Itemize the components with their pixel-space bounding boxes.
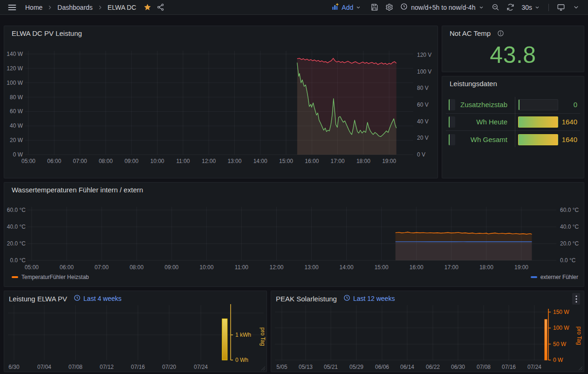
panel-leistung-elwa-pv: Leistung ELWA PV Last 4 weeks 6/3007/040… — [4, 291, 267, 372]
svg-text:40.0 °C: 40.0 °C — [7, 224, 26, 230]
gauge-row-zusatzheizstab: Zusatzheizstab 0 — [442, 96, 584, 113]
svg-text:6/30: 6/30 — [8, 364, 20, 370]
zoom-out-time-icon[interactable] — [489, 1, 502, 14]
add-panel-icon — [331, 3, 339, 12]
save-dashboard-icon[interactable] — [368, 1, 381, 14]
svg-text:07/04: 07/04 — [37, 364, 51, 370]
refresh-icon[interactable] — [504, 1, 517, 14]
add-panel-button[interactable]: Add — [331, 3, 361, 12]
panel-header: Not AC Temp — [450, 29, 504, 37]
legend-externer-fuehler[interactable]: externer Fühler — [531, 274, 578, 280]
not-ac-temp-value: 43.8 — [442, 41, 584, 69]
svg-text:20 V: 20 V — [417, 135, 429, 141]
clock-icon — [400, 3, 408, 12]
panel-title[interactable]: Leistungsdaten — [450, 80, 497, 88]
dashboard-settings-icon[interactable] — [383, 1, 396, 14]
resize-grip-icon[interactable] — [578, 366, 583, 371]
breadcrumb: Home Dashboards ELWA DC — [25, 4, 136, 11]
svg-text:18:00: 18:00 — [356, 158, 370, 164]
resize-grip-icon[interactable] — [261, 366, 266, 371]
breadcrumb-dashboards[interactable]: Dashboards — [57, 4, 93, 11]
add-panel-label: Add — [342, 4, 353, 11]
info-icon[interactable] — [497, 30, 504, 37]
svg-text:06/14: 06/14 — [400, 364, 414, 370]
gauge-label: Wh Heute — [456, 118, 507, 126]
peak-solar-bar-chart[interactable]: 5/0505/1305/2105/2906/0606/1406/2206/300… — [271, 291, 585, 373]
menu-toggle-icon[interactable] — [6, 1, 19, 14]
chevron-down-icon — [479, 5, 484, 10]
svg-text:10:00: 10:00 — [150, 158, 164, 164]
svg-text:50 W: 50 W — [553, 341, 567, 347]
svg-text:100 V: 100 V — [417, 68, 431, 75]
panel-leistungsdaten: Leistungsdaten Zusatzheizstab 0 Wh Heute… — [442, 76, 584, 178]
svg-text:07/24: 07/24 — [194, 364, 208, 370]
gauge-value: 1640 — [549, 118, 577, 126]
breadcrumb-home[interactable]: Home — [25, 4, 42, 11]
svg-text:100 W: 100 W — [7, 80, 23, 86]
legend-color-dash — [531, 276, 537, 278]
svg-text:05:00: 05:00 — [21, 158, 35, 164]
panel-not-ac-temp: Not AC Temp 43.8 — [442, 26, 584, 72]
svg-text:08:00: 08:00 — [130, 264, 144, 271]
svg-text:07/16: 07/16 — [502, 364, 516, 370]
time-range-label: now/d+5h to now/d-4h — [411, 4, 475, 11]
svg-text:18:00: 18:00 — [479, 264, 493, 271]
svg-text:0 V: 0 V — [417, 151, 425, 158]
gauge-value: 1640 — [549, 136, 577, 143]
legend-color-dash — [12, 276, 18, 278]
favorite-star-icon[interactable] — [141, 1, 154, 14]
svg-text:1 kWh: 1 kWh — [235, 332, 251, 338]
svg-text:60 W: 60 W — [10, 108, 23, 115]
legend-label: externer Fühler — [540, 274, 578, 280]
svg-text:40.0 °C: 40.0 °C — [560, 224, 579, 230]
collapse-nav-chevron-icon[interactable] — [569, 1, 582, 14]
chevron-right-icon — [47, 4, 53, 11]
gauge-mini-cell — [449, 99, 455, 110]
svg-text:05:00: 05:00 — [25, 264, 39, 271]
temperature-timeseries-chart[interactable]: 0.0 °C20.0 °C40.0 °C60.0 °C0.0 °C20.0 °C… — [4, 183, 585, 287]
svg-text:05/13: 05/13 — [299, 364, 313, 370]
chevron-down-icon — [356, 5, 361, 10]
svg-text:12:00: 12:00 — [269, 264, 283, 271]
svg-text:06/22: 06/22 — [426, 364, 440, 370]
svg-text:0 W: 0 W — [553, 357, 563, 363]
share-icon[interactable] — [154, 1, 167, 14]
svg-text:pro Tag: pro Tag — [576, 326, 582, 345]
svg-text:07/08: 07/08 — [477, 364, 491, 370]
svg-text:06/30: 06/30 — [451, 364, 465, 370]
svg-text:11:00: 11:00 — [235, 264, 248, 271]
gauge-label: Zusatzheizstab — [456, 101, 507, 109]
gauge-row-wh-gesamt: Wh Gesamt 1640 — [442, 131, 584, 148]
svg-text:16:00: 16:00 — [410, 264, 424, 271]
svg-text:120 V: 120 V — [417, 52, 431, 58]
svg-text:06:00: 06:00 — [47, 158, 61, 164]
svg-text:17:00: 17:00 — [444, 264, 458, 271]
gauge-label: Wh Gesamt — [456, 136, 507, 143]
gauge-row-wh-heute: Wh Heute 1640 — [442, 114, 584, 130]
svg-text:0.0 °C: 0.0 °C — [560, 257, 576, 264]
kiosk-mode-icon[interactable] — [554, 1, 567, 14]
svg-text:07/12: 07/12 — [100, 364, 114, 370]
svg-text:07/16: 07/16 — [131, 364, 145, 370]
svg-text:60.0 °C: 60.0 °C — [560, 207, 579, 213]
svg-text:20 W: 20 W — [10, 137, 23, 143]
svg-text:0.0 °C: 0.0 °C — [10, 257, 26, 264]
panel-title[interactable]: Not AC Temp — [450, 29, 491, 37]
svg-text:80 V: 80 V — [417, 85, 429, 91]
chevron-down-icon — [534, 5, 540, 10]
svg-text:13:00: 13:00 — [305, 264, 319, 271]
svg-text:07/08: 07/08 — [68, 364, 82, 370]
elwa-pv-bar-chart[interactable]: 6/3007/0407/0807/1207/1607/2007/240 Wh1 … — [4, 291, 267, 373]
gauge-value: 0 — [549, 101, 577, 109]
time-range-picker[interactable]: now/d+5h to now/d-4h — [397, 3, 487, 12]
legend-label: TemperaturFühler Heizstab — [21, 274, 89, 280]
legend-temperaturfuehler-heizstab[interactable]: TemperaturFühler Heizstab — [12, 274, 89, 280]
svg-text:20.0 °C: 20.0 °C — [7, 240, 26, 247]
svg-text:19:00: 19:00 — [382, 158, 396, 164]
svg-text:0 Wh: 0 Wh — [235, 357, 248, 363]
svg-text:80 W: 80 W — [10, 94, 23, 101]
svg-text:15:00: 15:00 — [279, 158, 293, 164]
svg-text:5/05: 5/05 — [276, 364, 287, 370]
pv-timeseries-chart[interactable]: 0 W20 W40 W60 W80 W100 W120 W140 W0 V20 … — [4, 26, 438, 179]
refresh-interval-picker[interactable]: 30s — [519, 4, 543, 11]
